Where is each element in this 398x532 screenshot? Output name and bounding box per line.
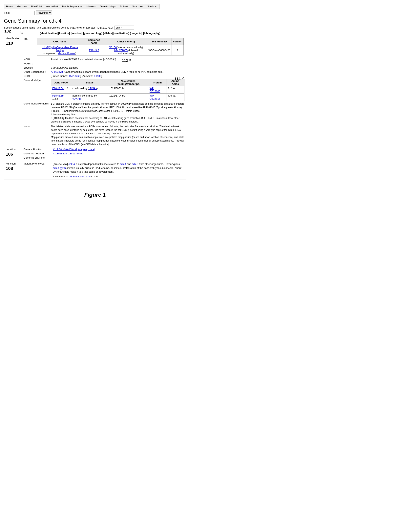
gm-protein-1: WP CE18608 xyxy=(148,86,166,94)
function-label-cell: Function 108 xyxy=(4,161,22,180)
gm-remarks-value: 1 C. elegans CDK-4 protein; contains sim… xyxy=(51,102,184,123)
id-col-cgc: CGC name xyxy=(37,38,83,45)
other-seq-label: Other Sequence(s): xyxy=(24,70,49,73)
gm-protein-2: WP CE28918 xyxy=(148,94,166,101)
nav-markers[interactable]: Markers xyxy=(84,4,98,9)
wp-ce18608-link[interactable]: WP CE18608 xyxy=(149,87,160,93)
gene-model-label: Gene Model(s): xyxy=(24,79,49,101)
ref-114: 114 xyxy=(174,77,180,81)
find-label: Find: xyxy=(4,11,10,14)
find-input[interactable] xyxy=(11,11,35,15)
cdna-link-2[interactable]: cDNA(s) xyxy=(73,97,82,100)
genomic-position-link[interactable]: X:13518824..13515774 bp xyxy=(53,152,83,155)
ncbi-row: NCBI Protein Kinase PCTAIRE and related … xyxy=(24,58,184,61)
abbreviations-row: Definitions of abbreviations used in tex… xyxy=(53,175,184,178)
id-col-seq: Sequence name xyxy=(83,38,105,45)
ref-110: 110 xyxy=(6,41,20,46)
ids-label: IDs: xyxy=(24,38,29,41)
page-title: Gene Summary for cdk-4 xyxy=(4,18,186,24)
nav-home[interactable]: Home xyxy=(4,4,15,9)
gene-model-outer: Gene Model(s): Gene Model Status Nucleot… xyxy=(24,79,184,101)
identification-content: IDs: CGC name Sequence name Other name(s… xyxy=(22,36,186,147)
nav-submit[interactable]: Submit xyxy=(118,4,130,9)
ref-102-arrow: ↘ xyxy=(19,30,23,35)
gene-input[interactable] xyxy=(114,25,134,30)
ref-112: 112 xyxy=(122,59,128,63)
species-value: Caenorhabditis elegans xyxy=(51,66,78,69)
nav-genetic-maps[interactable]: Genetic Maps xyxy=(98,4,118,9)
cdk6-link[interactable]: cdk-6 xyxy=(132,163,138,165)
notes-label: Notes: xyxy=(24,125,49,146)
nav-blast[interactable]: Blast/blat xyxy=(29,4,44,9)
genomic-position-row: Genomic Position: X:13518824..13515774 b… xyxy=(24,152,184,155)
mutant-phenotype-label: Mutant Phenotype: xyxy=(24,162,51,174)
id-col-version: Version xyxy=(172,38,184,45)
gm-model-2-link[interactable]: F18H3.5b xyxy=(52,94,64,97)
ids-outer-table: IDs: CGC name Sequence name Other name(s… xyxy=(24,37,184,56)
abbreviations-text: Definitions of abbreviations used in tex… xyxy=(53,175,99,178)
cdk4-link-2[interactable]: cdk-4 xyxy=(120,163,126,165)
ncbi2-value: [Entrez Genes: 15718266] [AceView: X0136… xyxy=(51,75,102,77)
nav-site-map[interactable]: Site Map xyxy=(145,4,159,9)
main-content-table: Identification 110 IDs: CGC name Se xyxy=(4,36,186,180)
ncbi2-row: NCBI: [Entrez Genes: 15718266] [AceView:… xyxy=(24,75,184,77)
gm-col-nucleotides: Nucleotides (coding/transcript) xyxy=(108,79,148,86)
notes-row: Notes: The deletion allele was isolated … xyxy=(24,125,184,146)
function-content: Mutant Phenotype: [Krause MW] cdk-4 is a… xyxy=(22,161,186,180)
seq-name-link[interactable]: F18H3.5 xyxy=(89,49,99,52)
wp-ce28918-link[interactable]: WP CE28918 xyxy=(149,94,160,100)
find-bar: Find: Anything xyxy=(4,11,186,15)
genetic-position-label: Genetic Position: xyxy=(24,148,51,151)
ref-108: 108 xyxy=(6,166,20,171)
af083878-link[interactable]: AF083878 xyxy=(51,70,63,73)
gene-input-label: Specify a gene using name (unc_26), a pr… xyxy=(4,26,113,29)
ncbi-label: NCBI xyxy=(24,58,49,61)
gm-col-status: Status xyxy=(71,79,108,86)
gm-row-2: F18H3.5b 1,2,3 partially confirmed by cD… xyxy=(51,94,184,101)
gm-remarks-row: Gene Model Remarks: 1 C. elegans CDK-4 p… xyxy=(24,102,184,123)
other-names-cell: X0136(inferred automatically) NM 077855 … xyxy=(105,45,147,56)
nav-genome[interactable]: Genome xyxy=(15,4,29,9)
ids-label-cell: IDs: xyxy=(24,37,36,56)
genomic-environs-row: Genomic Environs: xyxy=(24,156,184,159)
location-content: Genetic Position: X:12.68 +/- 0.009 cM [… xyxy=(22,147,186,161)
id-table-row: cdk-4(Cyclin-Dependent Kinase family) (v… xyxy=(37,45,184,56)
cdk4-gv3-link[interactable]: cdk-4 (gv3) xyxy=(53,166,66,170)
michael-krause-link[interactable]: Michael Krause xyxy=(58,52,75,55)
wb-gene-id-cell: WBGene00000406 xyxy=(147,45,172,56)
genetic-position-link[interactable]: X:12.68 +/- 0.009 cM [mapping data] xyxy=(53,148,95,151)
nav-batch-sequences[interactable]: Batch Sequences xyxy=(60,4,84,9)
cgc-name-link[interactable]: cdk-4(Cyclin-Dependent Kinase family) xyxy=(42,46,78,52)
identification-row: Identification 110 IDs: CGC name Se xyxy=(4,36,186,147)
other-name-2-link[interactable]: NM 077855 xyxy=(114,49,128,52)
other-seq-value: AF083878 (Caenorhabditis elegans cyclin-… xyxy=(51,70,163,73)
id-col-wb: WB Gene ID xyxy=(147,38,172,45)
gene-model-table: Gene Model Status Nucleotides (coding/tr… xyxy=(51,79,184,101)
nav-wormmart[interactable]: WormMart xyxy=(44,4,60,9)
genomic-position-label: Genomic Position: xyxy=(24,152,51,155)
find-dropdown[interactable]: Anything xyxy=(36,11,52,15)
ids-table-cell: CGC name Sequence name Other name(s) WB … xyxy=(36,37,184,56)
gm-status-2: partially confirmed by cDNA(s) xyxy=(71,94,108,101)
species-row: Species: Caenorhabditis elegans xyxy=(24,66,184,69)
ref-102: 102 xyxy=(4,29,11,33)
genetic-position-value: X:12.68 +/- 0.009 cM [mapping data] xyxy=(53,148,95,151)
gm-model-1-link[interactable]: F18H3.5a xyxy=(52,87,64,90)
cdk4-link-1[interactable]: cdk-4 xyxy=(68,163,75,165)
other-name-1-link[interactable]: X0136 xyxy=(109,46,117,49)
ref-106: 106 xyxy=(6,152,20,157)
mutant-phenotype-row: Mutant Phenotype: [Krause MW] cdk-4 is a… xyxy=(24,162,184,174)
figure-label: Figure 1 xyxy=(4,192,186,198)
nav-searches[interactable]: Searches xyxy=(130,4,145,9)
function-row: Function 108 Mutant Phenotype: [Krause M… xyxy=(4,161,186,180)
navigation-bar: Home Genome Blast/blat WormMart Batch Se… xyxy=(4,4,160,9)
entrez-link[interactable]: 15718266 xyxy=(69,75,80,77)
section-links: [identification] [location] [function] [… xyxy=(14,31,186,36)
other-seq-row: Other Sequence(s): AF083878 (Caenorhabdi… xyxy=(24,70,184,73)
abbreviations-link[interactable]: abbreviations used xyxy=(69,175,91,178)
notes-value: The deletion allele was isolated in a PC… xyxy=(51,125,184,146)
aceview-link[interactable]: X0136 xyxy=(94,75,101,77)
cdna-link-1[interactable]: cDNAs xyxy=(89,87,97,90)
location-row: Location 106 Genetic Position: X:12.68 +… xyxy=(4,147,186,161)
gm-nt-2: 1221/1704 bp xyxy=(108,94,148,101)
